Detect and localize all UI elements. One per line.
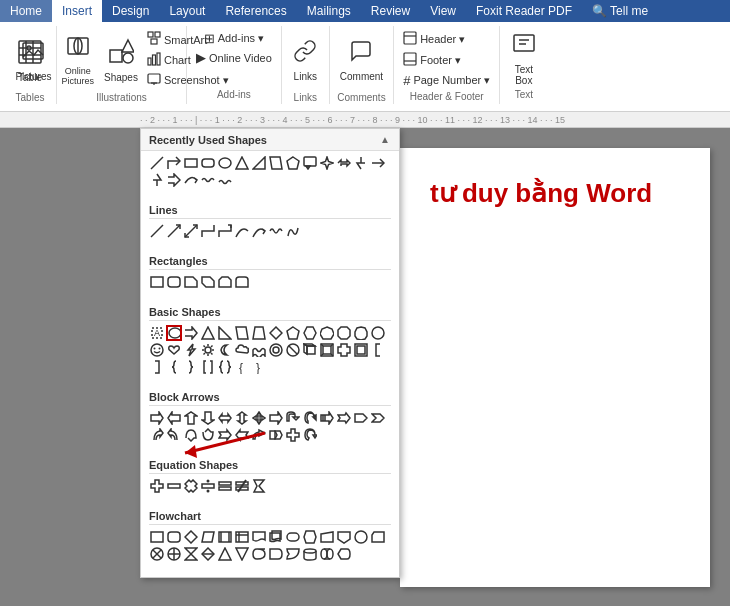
shape-triangle-small[interactable] <box>234 155 250 171</box>
shape-bent-arrow[interactable] <box>166 155 182 171</box>
menu-mailings[interactable]: Mailings <box>297 0 361 22</box>
bs-trapezoid[interactable] <box>251 325 267 341</box>
fc-multi-document[interactable] <box>268 529 284 545</box>
bs-bracket-r[interactable] <box>149 359 165 375</box>
eq-divide[interactable] <box>200 478 216 494</box>
bs-right-tri[interactable] <box>217 325 233 341</box>
fc-merge[interactable] <box>234 546 250 562</box>
ba-up-down[interactable] <box>234 410 250 426</box>
addins-button[interactable]: ⊞ Add-ins ▾ <box>201 30 267 47</box>
fc-display[interactable] <box>336 546 352 562</box>
line-curved[interactable] <box>234 223 250 239</box>
ba-circular[interactable] <box>302 410 318 426</box>
fc-sort[interactable] <box>200 546 216 562</box>
bs-parallelogram[interactable] <box>234 325 250 341</box>
eq-plus[interactable] <box>149 478 165 494</box>
bs-bracket-pair[interactable] <box>200 359 216 375</box>
bs-pentagon-s[interactable] <box>285 325 301 341</box>
ba-striped[interactable] <box>319 410 335 426</box>
bs-brace-r[interactable] <box>183 359 199 375</box>
ba-right[interactable] <box>149 410 165 426</box>
fc-stored-data[interactable] <box>251 546 267 562</box>
fc-alt-process[interactable] <box>166 529 182 545</box>
fc-predefined[interactable] <box>217 529 233 545</box>
fc-decision[interactable] <box>183 529 199 545</box>
rect-snip3[interactable] <box>217 274 233 290</box>
comment-button[interactable]: Comment <box>336 30 387 90</box>
online-video-button[interactable]: ▶ Online Video <box>193 49 275 66</box>
bs-sun[interactable] <box>200 342 216 358</box>
menu-insert[interactable]: Insert <box>52 0 102 22</box>
shape-line[interactable] <box>149 155 165 171</box>
bs-right-brace[interactable]: } <box>251 359 267 375</box>
links-button[interactable]: Links <box>288 30 323 90</box>
shape-double-arrow[interactable] <box>336 155 352 171</box>
line-freeform[interactable] <box>285 223 301 239</box>
menu-review[interactable]: Review <box>361 0 420 22</box>
line-arrow[interactable] <box>166 223 182 239</box>
ba-curved-u[interactable] <box>183 427 199 443</box>
ba-pentagon-pair[interactable] <box>268 427 284 443</box>
ba-chevron[interactable] <box>370 410 386 426</box>
shape-star4[interactable] <box>319 155 335 171</box>
eq-equal[interactable] <box>217 478 233 494</box>
ba-swoosh[interactable] <box>251 427 267 443</box>
shape-wave-s[interactable] <box>200 172 216 188</box>
bs-text[interactable]: A <box>149 325 165 341</box>
fc-data[interactable] <box>200 529 216 545</box>
ba-up[interactable] <box>183 410 199 426</box>
shape-rounded-small[interactable] <box>200 155 216 171</box>
bs-circle[interactable] <box>370 325 386 341</box>
bs-lightning[interactable] <box>183 342 199 358</box>
shapes-button[interactable]: Shapes <box>100 30 142 90</box>
header-button[interactable]: Header ▾ <box>400 30 468 49</box>
ba-pentagon-arrow[interactable] <box>353 410 369 426</box>
line-curved-arrow[interactable] <box>251 223 267 239</box>
shape-up-arrow-s[interactable] <box>149 172 165 188</box>
bs-bracket-l[interactable] <box>370 342 386 358</box>
fc-magnetic-disk[interactable] <box>302 546 318 562</box>
ba-ribbon-l[interactable] <box>234 427 250 443</box>
menu-foxit[interactable]: Foxit Reader PDF <box>466 0 582 22</box>
bs-wave[interactable] <box>251 342 267 358</box>
bs-diamond[interactable] <box>268 325 284 341</box>
shape-right-arrow-s[interactable] <box>370 155 386 171</box>
line-scribble[interactable] <box>268 223 284 239</box>
rect-snip2[interactable] <box>200 274 216 290</box>
fc-preparation[interactable] <box>302 529 318 545</box>
fc-delay[interactable] <box>268 546 284 562</box>
bs-brace-pair[interactable] <box>217 359 233 375</box>
fc-terminator[interactable] <box>285 529 301 545</box>
shape-right-triangle[interactable] <box>251 155 267 171</box>
bs-bevel[interactable] <box>319 342 335 358</box>
line-double-arrow[interactable] <box>183 223 199 239</box>
text-box-button[interactable]: TextBox <box>506 30 541 85</box>
bs-left-brace[interactable]: { <box>234 359 250 375</box>
bs-right-arrow-shape[interactable] <box>183 325 199 341</box>
ba-bent-up[interactable] <box>268 410 284 426</box>
shape-down-arrow-s[interactable] <box>353 155 369 171</box>
shape-parallelogram[interactable] <box>268 155 284 171</box>
rect-snip-round[interactable] <box>234 274 250 290</box>
bs-moon[interactable] <box>217 342 233 358</box>
bs-brace-l[interactable] <box>166 359 182 375</box>
bs-frame[interactable] <box>353 342 369 358</box>
bs-donut[interactable] <box>268 342 284 358</box>
fc-sequential[interactable] <box>285 546 301 562</box>
fc-or[interactable] <box>166 546 182 562</box>
shape-pentagon[interactable] <box>285 155 301 171</box>
bs-oval-selected[interactable] <box>166 325 182 341</box>
rect-snip1[interactable] <box>183 274 199 290</box>
shape-oval-small[interactable] <box>217 155 233 171</box>
ba-left[interactable] <box>166 410 182 426</box>
scroll-up-arrow[interactable]: ▲ <box>379 133 391 146</box>
shape-flow-arrow[interactable] <box>166 172 182 188</box>
fc-manual-input[interactable] <box>319 529 335 545</box>
bs-no-symbol[interactable] <box>285 342 301 358</box>
online-pictures-button[interactable]: OnlinePictures <box>58 30 99 90</box>
fc-collate[interactable] <box>183 546 199 562</box>
bs-decagon[interactable] <box>353 325 369 341</box>
bs-octagon[interactable] <box>336 325 352 341</box>
ba-notched[interactable] <box>336 410 352 426</box>
bs-heptagon[interactable] <box>319 325 335 341</box>
